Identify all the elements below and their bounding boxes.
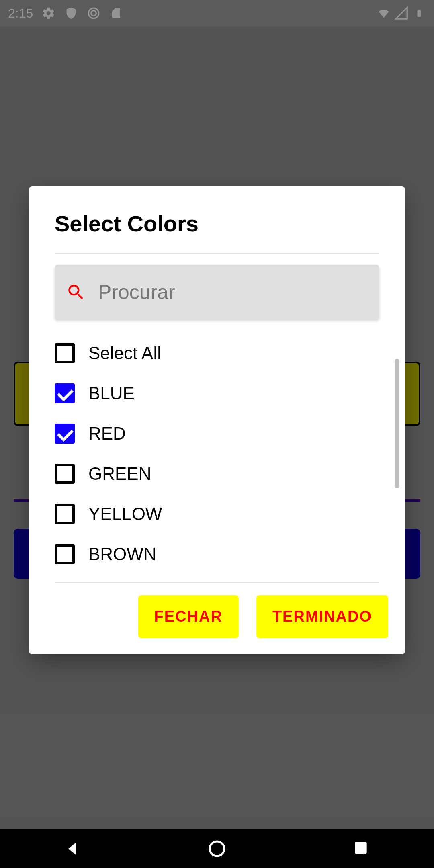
search-input[interactable] xyxy=(98,280,368,304)
list-item-label: BROWN xyxy=(88,544,156,564)
options-list-wrap: Select All BLUE RED GREEN YELLOW BROWN xyxy=(29,329,405,582)
divider xyxy=(55,253,379,254)
select-all-row[interactable]: Select All xyxy=(29,333,405,373)
dialog-title: Select Colors xyxy=(29,186,405,253)
checkbox-blue[interactable] xyxy=(55,383,75,403)
close-button[interactable]: FECHAR xyxy=(138,595,239,638)
checkbox-red[interactable] xyxy=(55,424,75,444)
list-item-label: GREEN xyxy=(88,464,151,484)
svg-rect-3 xyxy=(355,842,366,854)
done-button[interactable]: TERMINADO xyxy=(256,595,388,638)
recent-apps-icon[interactable] xyxy=(352,839,371,858)
search-icon xyxy=(66,282,86,302)
dialog-actions: FECHAR TERMINADO xyxy=(29,583,405,642)
list-item[interactable]: GREEN xyxy=(29,454,405,494)
checkbox-green[interactable] xyxy=(55,464,75,484)
search-box[interactable] xyxy=(55,265,379,319)
checkbox-select-all[interactable] xyxy=(55,343,75,363)
options-list: Select All BLUE RED GREEN YELLOW BROWN xyxy=(29,329,405,582)
select-all-label: Select All xyxy=(88,343,161,363)
navigation-bar xyxy=(0,829,434,868)
list-item[interactable]: BROWN xyxy=(29,534,405,574)
list-item-label: RED xyxy=(88,424,126,444)
list-item[interactable]: RED xyxy=(29,414,405,454)
list-item[interactable]: YELLOW xyxy=(29,494,405,534)
list-item[interactable]: BLUE xyxy=(29,373,405,414)
list-item-label: YELLOW xyxy=(88,504,162,524)
svg-point-2 xyxy=(210,841,224,856)
list-item-label: BLUE xyxy=(88,383,135,403)
select-colors-dialog: Select Colors Select All BLUE RED GREE xyxy=(29,186,405,654)
checkbox-brown[interactable] xyxy=(55,544,75,564)
home-icon[interactable] xyxy=(207,839,227,858)
checkbox-yellow[interactable] xyxy=(55,504,75,524)
back-icon[interactable] xyxy=(63,839,82,858)
list-scrollbar[interactable] xyxy=(395,359,399,488)
